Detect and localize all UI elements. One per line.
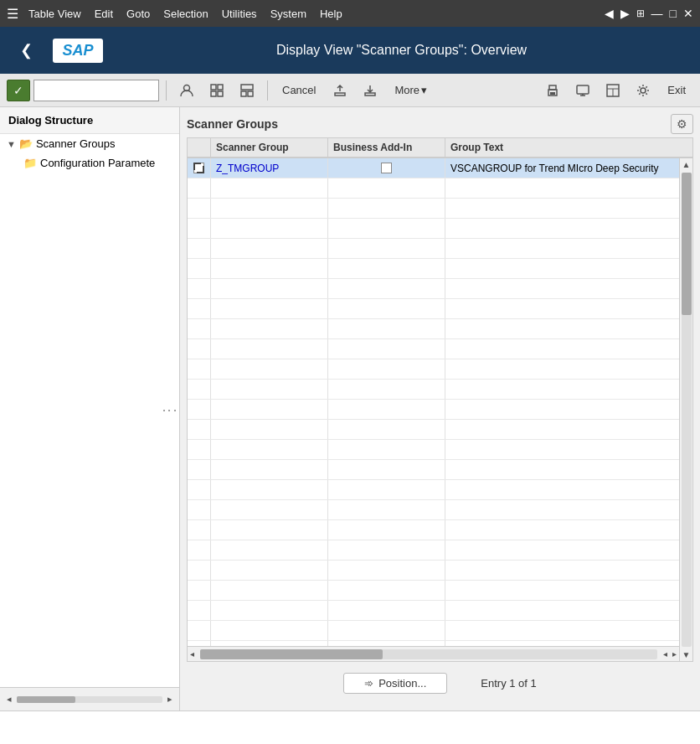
empty-cell-text <box>445 199 679 218</box>
menu-goto[interactable]: Goto <box>126 8 150 20</box>
cancel-button[interactable]: Cancel <box>275 80 323 100</box>
menu-help[interactable]: Help <box>320 8 342 20</box>
empty-row <box>188 380 679 400</box>
empty-cell-addon <box>328 259 445 278</box>
display-icon <box>575 83 590 98</box>
back-button[interactable]: ❮ <box>13 38 39 63</box>
tree-item-scanner-groups[interactable]: ▼ 📂 Scanner Groups <box>0 134 179 153</box>
svg-rect-12 <box>550 92 555 95</box>
empty-row <box>188 601 679 621</box>
svg-rect-1 <box>211 85 216 90</box>
grid-icon-button[interactable] <box>203 80 230 101</box>
h-scrollbar-thumb[interactable] <box>200 649 383 659</box>
split-icon-button[interactable] <box>234 80 260 101</box>
empty-cell-group <box>211 601 328 620</box>
tree-item-config[interactable]: 📁 Configuration Paramete <box>0 153 179 173</box>
split-icon <box>239 83 255 98</box>
tree-item-label-1: Configuration Paramete <box>40 157 155 169</box>
empty-row <box>188 239 679 259</box>
empty-cell-select <box>188 500 211 519</box>
empty-cell-group <box>211 500 328 519</box>
empty-cell-group <box>211 460 328 479</box>
col-header-scanner-group[interactable]: Scanner Group <box>211 138 328 157</box>
empty-cell-addon <box>328 400 445 419</box>
svg-rect-3 <box>211 91 216 96</box>
download-button[interactable] <box>357 80 383 101</box>
empty-cell-group <box>211 219 328 238</box>
col-header-select <box>188 138 211 157</box>
empty-cell-addon <box>328 561 445 580</box>
empty-cell-select <box>188 199 211 218</box>
scroll-left-icon[interactable]: ◂ <box>3 692 15 706</box>
position-button[interactable]: ➾ Position... <box>343 673 447 694</box>
menu-system[interactable]: System <box>270 8 306 20</box>
menu-selection[interactable]: Selection <box>163 8 208 20</box>
h-scroll-right-icon-1[interactable]: ◂ <box>661 648 670 659</box>
empty-cell-text <box>445 540 679 560</box>
scroll-right-icon[interactable]: ▸ <box>164 692 176 706</box>
menu-edit[interactable]: Edit <box>95 8 113 20</box>
empty-row <box>188 500 679 520</box>
tree-folder-open-icon: 📂 <box>19 137 33 150</box>
toolbar-right: Exit <box>539 80 693 101</box>
col-header-business-addon[interactable]: Business Add-In <box>328 138 445 157</box>
empty-cell-group <box>211 359 328 379</box>
chevron-down-icon: ▾ <box>421 84 427 96</box>
v-scroll-up-icon[interactable]: ▲ <box>681 158 692 171</box>
upload-button[interactable] <box>327 80 353 101</box>
restore-icon[interactable]: ⊞ <box>636 8 645 19</box>
display-button[interactable] <box>569 80 596 101</box>
menu-table-view[interactable]: Table View <box>28 8 81 20</box>
person-icon-button[interactable] <box>173 80 200 101</box>
cell-business-addon-0 <box>328 158 445 178</box>
dialog-structure-title: Dialog Structure <box>0 107 179 134</box>
print-button[interactable] <box>539 80 566 101</box>
table-settings-button[interactable]: ⚙ <box>671 114 693 134</box>
entry-info: Entry 1 of 1 <box>481 677 536 690</box>
svg-rect-9 <box>365 93 375 96</box>
empty-cell-text <box>445 621 679 640</box>
minimize-icon[interactable]: — <box>651 7 663 20</box>
data-table: Scanner Group Business Add-In Group Text <box>187 137 693 662</box>
cell-select-0[interactable] <box>188 158 211 178</box>
layout-button[interactable] <box>600 80 626 101</box>
h-scrollbar-track[interactable] <box>200 649 657 659</box>
nav-forward-icon[interactable]: ▶ <box>620 7 630 20</box>
empty-cell-group <box>211 480 328 499</box>
empty-cell-select <box>188 219 211 238</box>
confirm-button[interactable]: ✓ <box>7 80 30 101</box>
empty-cell-text <box>445 460 679 479</box>
close-icon[interactable]: ✕ <box>683 7 693 20</box>
maximize-icon[interactable]: □ <box>670 7 677 20</box>
config-button[interactable] <box>630 80 656 101</box>
v-scrollbar-track[interactable] <box>682 173 692 647</box>
business-addon-checkbox-0[interactable] <box>381 163 392 173</box>
col-header-group-text[interactable]: Group Text <box>445 138 692 157</box>
horizontal-scrollbar[interactable]: ◂ ◂ ▸ <box>188 646 679 661</box>
empty-cell-group <box>211 319 328 338</box>
upload-icon <box>332 83 347 98</box>
command-input[interactable] <box>33 80 159 101</box>
empty-cell-group <box>211 581 328 600</box>
empty-cell-select <box>188 259 211 278</box>
empty-row <box>188 199 679 219</box>
v-scrollbar-thumb[interactable] <box>682 173 692 315</box>
empty-cell-text <box>445 480 679 499</box>
title-bar: ☰ Table View Edit Goto Selection Utiliti… <box>0 0 700 27</box>
h-scroll-left-icon[interactable]: ◂ <box>188 648 197 659</box>
empty-cell-text <box>445 400 679 419</box>
empty-cell-group <box>211 420 328 439</box>
exit-button[interactable]: Exit <box>660 80 693 100</box>
h-scroll-right-icon-2[interactable]: ▸ <box>670 648 679 659</box>
empty-cell-select <box>188 279 211 298</box>
table-row[interactable]: Z_TMGROUP VSCANGROUP for Trend MIcro Dee… <box>188 158 679 178</box>
panel-resizer[interactable]: ⋮ <box>161 403 179 415</box>
row-checkbox-0[interactable] <box>193 163 204 173</box>
empty-cell-text <box>445 299 679 318</box>
menu-utilities[interactable]: Utilities <box>222 8 257 20</box>
nav-back-icon[interactable]: ◀ <box>605 7 614 20</box>
more-button[interactable]: More ▾ <box>387 80 435 100</box>
v-scroll-down-icon[interactable]: ▼ <box>681 648 692 661</box>
hamburger-icon[interactable]: ☰ <box>7 6 18 22</box>
download-icon <box>363 83 378 98</box>
